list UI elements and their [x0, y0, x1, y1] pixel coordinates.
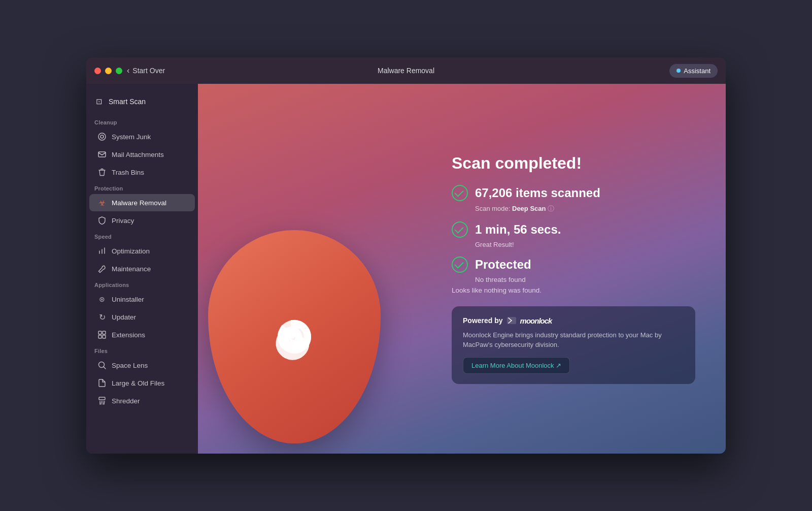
section-speed-label: Speed	[86, 230, 198, 242]
svg-line-14	[101, 401, 101, 404]
learn-more-button[interactable]: Learn More About Moonlock ↗	[463, 357, 570, 374]
large-files-icon	[97, 378, 107, 388]
privacy-icon	[97, 216, 107, 225]
extensions-icon	[97, 330, 107, 339]
titlebar: ‹ Start Over Malware Removal Assistant	[86, 57, 726, 84]
biohazard-shape	[208, 230, 381, 443]
uninstaller-label: Uninstaller	[112, 296, 144, 303]
large-old-files-label: Large & Old Files	[112, 379, 164, 387]
space-lens-icon	[97, 361, 107, 370]
info-icon: ⓘ	[548, 205, 554, 212]
close-button[interactable]	[94, 68, 101, 74]
sidebar-item-privacy[interactable]: Privacy	[89, 212, 195, 229]
assistant-dot-icon	[676, 69, 681, 73]
extensions-label: Extensions	[112, 331, 145, 339]
sidebar-item-trash-bins[interactable]: Trash Bins	[89, 164, 195, 181]
section-files-label: Files	[86, 344, 198, 356]
privacy-label: Privacy	[112, 217, 134, 225]
assistant-area: Assistant	[669, 64, 718, 78]
start-over-button[interactable]: ‹ Start Over	[127, 66, 165, 75]
sidebar-item-uninstaller[interactable]: ⊛ Uninstaller	[89, 291, 195, 308]
svg-rect-7	[103, 331, 106, 334]
uninstaller-icon: ⊛	[97, 295, 107, 304]
window-body: ⊡ Smart Scan Cleanup System Junk	[86, 84, 726, 454]
malware-icon: ☣	[97, 198, 107, 207]
check-icon-2	[452, 221, 468, 238]
window-title: Malware Removal	[378, 67, 434, 75]
scan-completed-title: Scan completed!	[452, 154, 695, 173]
sidebar-item-optimization[interactable]: Optimization	[89, 242, 195, 260]
section-cleanup-label: Cleanup	[86, 115, 198, 127]
biohazard-svg	[244, 286, 345, 388]
main-content: Scan completed! 67,206 items scanned Sca…	[198, 84, 726, 454]
svg-rect-6	[98, 331, 101, 334]
app-window: ‹ Start Over Malware Removal Assistant ⊡…	[86, 57, 726, 454]
updater-label: Updater	[112, 313, 136, 321]
svg-rect-2	[98, 152, 106, 157]
sidebar-item-maintenance[interactable]: Maintenance	[89, 260, 195, 277]
results-panel: Scan completed! 67,206 items scanned Sca…	[442, 84, 705, 454]
moonlock-flag-icon	[507, 317, 516, 324]
maintenance-label: Maintenance	[112, 265, 151, 273]
sidebar-item-space-lens[interactable]: Space Lens	[89, 357, 195, 374]
protected-text: Protected	[475, 258, 531, 272]
section-protection-label: Protection	[86, 181, 198, 194]
sidebar-item-mail-attachments[interactable]: Mail Attachments	[89, 146, 195, 163]
scan-mode-value: Deep Scan	[512, 205, 546, 212]
sidebar-item-large-old-files[interactable]: Large & Old Files	[89, 374, 195, 392]
scan-mode-prefix: Scan mode:	[475, 205, 512, 212]
malware-removal-label: Malware Removal	[112, 199, 166, 207]
system-junk-icon	[97, 132, 107, 141]
items-scanned-row: 67,206 items scanned	[452, 185, 695, 201]
maintenance-icon	[97, 264, 107, 273]
svg-line-11	[104, 367, 106, 369]
biohazard-illustration	[198, 84, 391, 454]
maximize-button[interactable]	[116, 68, 122, 74]
optimization-icon	[97, 246, 107, 256]
system-junk-label: System Junk	[112, 133, 151, 141]
assistant-label: Assistant	[684, 67, 710, 75]
sidebar-item-extensions[interactable]: Extensions	[89, 326, 195, 343]
optimization-label: Optimization	[112, 247, 150, 255]
duration-row: 1 min, 56 secs.	[452, 221, 695, 238]
sidebar-item-updater[interactable]: ↻ Updater	[89, 308, 195, 326]
updater-icon: ↻	[97, 312, 107, 322]
minimize-button[interactable]	[105, 68, 112, 74]
assistant-button[interactable]: Assistant	[669, 64, 718, 78]
no-threats-text: No threats found	[475, 276, 695, 283]
sidebar-item-shredder[interactable]: Shredder	[89, 392, 195, 409]
svg-rect-9	[103, 335, 106, 338]
traffic-lights	[94, 68, 122, 74]
shredder-icon	[97, 396, 107, 405]
sidebar: ⊡ Smart Scan Cleanup System Junk	[86, 84, 198, 454]
great-result-text: Great Result!	[475, 241, 695, 248]
smart-scan-icon: ⊡	[94, 97, 104, 106]
smart-scan-label: Smart Scan	[109, 98, 146, 106]
chevron-left-icon: ‹	[127, 66, 129, 75]
mail-icon	[97, 150, 107, 159]
moonlock-powered-label: Powered by	[463, 316, 503, 325]
trash-bins-label: Trash Bins	[112, 169, 144, 176]
start-over-label: Start Over	[132, 67, 165, 75]
space-lens-label: Space Lens	[112, 362, 148, 369]
duration-text: 1 min, 56 secs.	[475, 222, 561, 237]
section-applications-label: Applications	[86, 278, 198, 290]
nothing-found-text: Looks like nothing was found.	[452, 286, 695, 294]
shredder-label: Shredder	[112, 397, 140, 405]
items-scanned-text: 67,206 items scanned	[475, 186, 600, 200]
moonlock-description: Moonlock Engine brings industry standard…	[463, 330, 684, 350]
sidebar-item-system-junk[interactable]: System Junk	[89, 128, 195, 145]
sidebar-item-malware-removal[interactable]: ☣ Malware Removal	[89, 194, 195, 211]
mail-attachments-label: Mail Attachments	[112, 151, 164, 158]
moonlock-logo-text: moonlock	[520, 316, 552, 325]
svg-point-0	[98, 133, 106, 140]
moonlock-card: Powered by moonlock Moonlock Engine brin…	[452, 306, 695, 384]
protected-row: Protected	[452, 257, 695, 273]
check-icon-1	[452, 185, 468, 201]
check-icon-3	[452, 257, 468, 273]
scan-mode-text: Scan mode: Deep Scan ⓘ	[475, 204, 695, 213]
sidebar-item-smart-scan[interactable]: ⊡ Smart Scan	[86, 92, 198, 111]
svg-rect-8	[98, 335, 101, 338]
svg-line-16	[104, 401, 105, 404]
svg-rect-12	[99, 397, 105, 400]
